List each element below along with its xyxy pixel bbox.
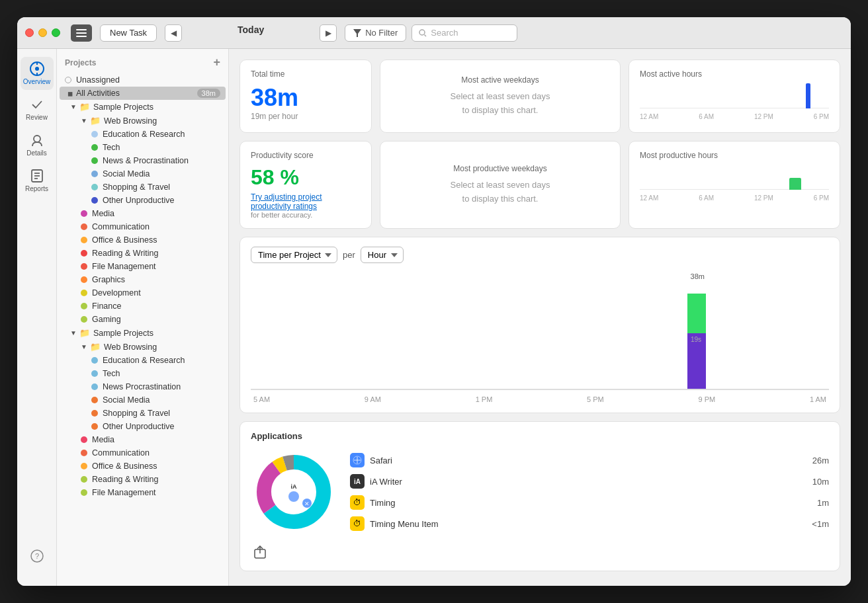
file-label-2: File Management bbox=[92, 488, 156, 497]
tree-item-file-mgmt-1[interactable]: File Management bbox=[57, 260, 228, 273]
unassigned-dot bbox=[65, 77, 71, 83]
project-tree: Projects + Unassigned ◼ All Activities 3… bbox=[57, 49, 229, 586]
prev-button[interactable]: ◀ bbox=[165, 24, 182, 42]
ia-writer-icon: iA bbox=[350, 474, 365, 489]
tree-item-office-1[interactable]: Office & Business bbox=[57, 233, 228, 247]
folder-icon-2: 📁 bbox=[79, 328, 90, 338]
tree-item-other-unprod-2[interactable]: Other Unproductive bbox=[57, 420, 228, 433]
fullscreen-button[interactable] bbox=[52, 28, 60, 37]
search-placeholder: Search bbox=[431, 28, 458, 38]
sidebar-toggle-button[interactable] bbox=[71, 24, 92, 42]
add-project-button[interactable]: + bbox=[213, 56, 220, 69]
edu-label: Education & Research bbox=[103, 130, 185, 139]
news-label: News & Procrastination bbox=[103, 156, 189, 165]
label-6pm: 6 PM bbox=[814, 113, 829, 120]
weekdays-msg2: to display this chart. bbox=[462, 105, 539, 115]
tree-item-dev-1[interactable]: Development bbox=[57, 286, 228, 300]
tree-item-file-mgmt-2[interactable]: File Management bbox=[57, 486, 228, 499]
productivity-score-value: 58 % bbox=[251, 165, 361, 190]
close-button[interactable] bbox=[25, 28, 34, 37]
dev-dot bbox=[81, 290, 87, 296]
tree-item-social-1[interactable]: Social Media bbox=[57, 167, 228, 181]
tech-label-2: Tech bbox=[103, 369, 120, 378]
chart-type-select[interactable]: Time per Project bbox=[251, 247, 337, 263]
social-dot bbox=[91, 171, 98, 177]
svg-marker-3 bbox=[353, 29, 361, 37]
apps-layout: iA ✕ bbox=[251, 449, 829, 535]
comm-dot bbox=[81, 223, 87, 230]
productivity-link[interactable]: Try adjusting project productivity ratin… bbox=[251, 192, 361, 211]
collapse-arrow: ▼ bbox=[70, 103, 77, 110]
tree-item-shopping-1[interactable]: Shopping & Travel bbox=[57, 181, 228, 194]
shopping-dot bbox=[91, 184, 98, 190]
filter-label: No Filter bbox=[365, 28, 398, 38]
tree-item-other-unprod-1[interactable]: Other Unproductive bbox=[57, 194, 228, 207]
active-hours-labels: 12 AM 6 AM 12 PM 6 PM bbox=[640, 113, 829, 120]
apps-list: Safari 26m iA iA Writer 10m ⏱ Timing 1m bbox=[350, 450, 829, 534]
collapse-arrow-2: ▼ bbox=[70, 329, 77, 337]
tree-item-edu-research-1[interactable]: Education & Research bbox=[57, 128, 228, 141]
timing-menu-time: <1m bbox=[812, 519, 829, 529]
sidebar-item-review[interactable]: Review bbox=[21, 93, 54, 126]
most-productive-hours-title: Most productive hours bbox=[640, 151, 829, 160]
web-browsing-2-label: Web Browsing bbox=[104, 342, 157, 352]
unassigned-label: Unassigned bbox=[76, 75, 120, 85]
tree-item-news-proc-2[interactable]: News Procrastination bbox=[57, 380, 228, 393]
total-time-value: 38m bbox=[251, 84, 361, 112]
total-time-title: Total time bbox=[251, 69, 361, 79]
chart-x-axis-line bbox=[251, 389, 829, 389]
reading-dot bbox=[81, 250, 87, 257]
app-item-timing-menu: ⏱ Timing Menu Item <1m bbox=[350, 513, 829, 534]
tree-item-tech-2[interactable]: Tech bbox=[57, 367, 228, 380]
svg-text:?: ? bbox=[35, 552, 39, 560]
safari-time: 26m bbox=[812, 456, 829, 465]
tree-item-web-browsing-2[interactable]: ▼ 📁 Web Browsing bbox=[57, 340, 228, 354]
search-box[interactable]: Search bbox=[412, 24, 517, 42]
bar-chart-controls: Time per Project per Hour bbox=[251, 247, 829, 263]
tree-item-social-2[interactable]: Social Media bbox=[57, 393, 228, 407]
tree-item-web-browsing-1[interactable]: ▼ 📁 Web Browsing bbox=[57, 114, 228, 128]
tree-item-sample-projects-1[interactable]: ▼ 📁 Sample Projects bbox=[57, 100, 228, 114]
tree-item-reading-2[interactable]: Reading & Writing bbox=[57, 473, 228, 486]
donut-chart: iA ✕ bbox=[251, 449, 337, 535]
main-content: Total time 38m 19m per hour Most active … bbox=[229, 49, 851, 586]
tree-item-media-2[interactable]: Media bbox=[57, 433, 228, 446]
help-button[interactable]: ? bbox=[21, 540, 54, 573]
sidebar-item-details[interactable]: Details bbox=[21, 128, 54, 161]
next-button[interactable]: ▶ bbox=[320, 24, 337, 42]
tree-item-shopping-2[interactable]: Shopping & Travel bbox=[57, 407, 228, 420]
minimize-button[interactable] bbox=[38, 28, 47, 37]
tree-item-gaming-1[interactable]: Gaming bbox=[57, 313, 228, 326]
time-unit-select[interactable]: Hour bbox=[361, 247, 404, 263]
office-dot bbox=[81, 237, 87, 243]
filter-button[interactable]: No Filter bbox=[345, 24, 406, 42]
tree-item-unassigned[interactable]: Unassigned bbox=[57, 73, 228, 87]
most-active-weekdays-card: Most active weekdays Select at least sev… bbox=[380, 60, 621, 133]
export-button[interactable] bbox=[251, 543, 269, 561]
comm-label: Communication bbox=[92, 222, 150, 231]
tree-item-finance-1[interactable]: Finance bbox=[57, 300, 228, 313]
bar-chart-section: Time per Project per Hour 38m bbox=[239, 237, 840, 413]
tech-label: Tech bbox=[103, 143, 120, 152]
new-task-button[interactable]: New Task bbox=[100, 24, 157, 42]
total-time-per-hour: 19m per hour bbox=[251, 112, 361, 121]
tree-item-edu-research-2[interactable]: Education & Research bbox=[57, 354, 228, 367]
tree-item-graphics-1[interactable]: Graphics bbox=[57, 273, 228, 286]
filter-area: No Filter Search bbox=[345, 24, 517, 42]
all-activities-badge: 38m bbox=[197, 89, 220, 98]
tree-item-office-2[interactable]: Office & Business bbox=[57, 460, 228, 473]
tree-item-all-activities[interactable]: ◼ All Activities 38m bbox=[60, 87, 226, 100]
media-dot bbox=[81, 210, 87, 217]
tree-item-sample-projects-2[interactable]: ▼ 📁 Sample Projects bbox=[57, 326, 228, 340]
timing-name: Timing bbox=[370, 498, 812, 508]
tree-item-news-proc-1[interactable]: News & Procrastination bbox=[57, 154, 228, 167]
tree-item-communication-2[interactable]: Communication bbox=[57, 446, 228, 460]
tree-item-media-1[interactable]: Media bbox=[57, 207, 228, 220]
bar-inner-label: 19s bbox=[691, 336, 701, 343]
tree-item-reading-1[interactable]: Reading & Writing bbox=[57, 247, 228, 260]
sidebar-item-overview[interactable]: Overview bbox=[21, 57, 54, 90]
stats-row-2: Productivity score 58 % Try adjusting pr… bbox=[239, 141, 840, 229]
tree-item-tech-1[interactable]: Tech bbox=[57, 141, 228, 154]
tree-item-communication-1[interactable]: Communication bbox=[57, 220, 228, 233]
sidebar-item-reports[interactable]: Reports bbox=[21, 164, 54, 197]
